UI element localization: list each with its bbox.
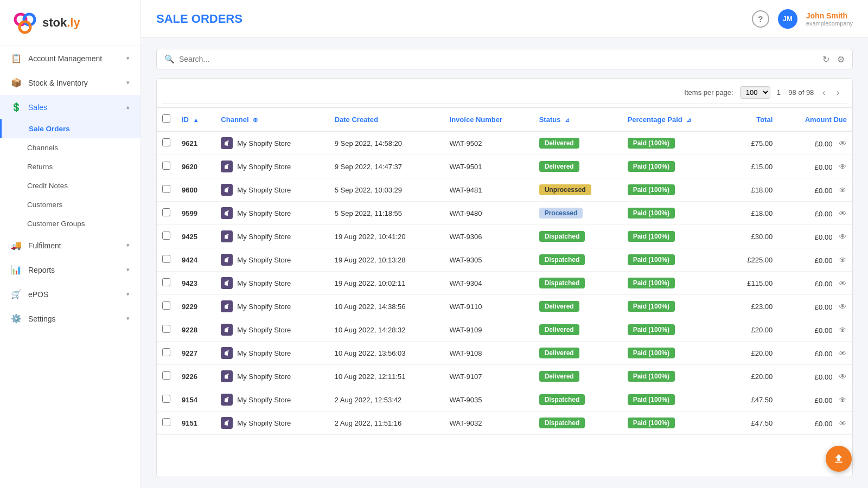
upload-fab[interactable]: [826, 446, 852, 472]
sidebar-item-fulfilment[interactable]: 🚚 Fulfilment ▾: [0, 233, 141, 258]
view-button[interactable]: 👁: [839, 349, 847, 358]
cell-percentage-paid: Paid (100%): [622, 365, 727, 388]
cell-total: £20.00: [727, 342, 778, 365]
col-total[interactable]: Total: [727, 107, 778, 131]
view-button[interactable]: 👁: [839, 139, 847, 148]
cell-status: Unprocessed: [534, 178, 622, 202]
refresh-button[interactable]: ↻: [821, 53, 831, 66]
view-button[interactable]: 👁: [839, 419, 847, 428]
status-badge: Dispatched: [539, 278, 585, 288]
cell-total: £20.00: [727, 318, 778, 342]
col-status[interactable]: Status ⊿: [534, 107, 622, 131]
items-per-page-select[interactable]: 100 50 25: [740, 86, 770, 99]
row-checkbox[interactable]: [162, 278, 170, 286]
sales-subnav: Sale Orders Channels Returns Credit Note…: [0, 119, 141, 233]
help-button[interactable]: ?: [752, 10, 769, 28]
stock-inventory-icon: 📦: [11, 78, 22, 88]
cell-invoice: WAT-9032: [444, 412, 534, 435]
paid-badge: Paid (100%): [628, 324, 675, 335]
status-badge: Unprocessed: [539, 184, 591, 195]
view-button[interactable]: 👁: [839, 255, 847, 265]
view-button[interactable]: 👁: [839, 232, 847, 241]
row-checkbox[interactable]: [162, 395, 170, 403]
row-checkbox[interactable]: [162, 255, 170, 263]
cell-id: 9599: [176, 202, 215, 225]
sidebar-item-reports[interactable]: 📊 Reports ▾: [0, 258, 141, 282]
select-all-checkbox[interactable]: [162, 114, 170, 123]
view-button[interactable]: 👁: [839, 279, 847, 288]
row-checkbox-cell: [157, 412, 176, 435]
view-button[interactable]: 👁: [839, 302, 847, 311]
row-checkbox[interactable]: [162, 208, 170, 216]
cell-status: Dispatched: [534, 248, 622, 272]
sidebar: stok.ly 📋 Account Management ▾ 📦 Stock &…: [0, 0, 141, 488]
sort-icon: ▲: [193, 117, 199, 123]
cell-status: Delivered: [534, 295, 622, 318]
prev-page-button[interactable]: ‹: [820, 87, 827, 99]
sidebar-item-customer-groups[interactable]: Customer Groups: [0, 214, 141, 233]
col-date-created[interactable]: Date Created: [329, 107, 444, 131]
row-checkbox[interactable]: [162, 371, 170, 380]
row-checkbox[interactable]: [162, 162, 170, 170]
sidebar-item-sale-orders[interactable]: Sale Orders: [0, 119, 141, 138]
logo-icon: [11, 9, 39, 37]
sidebar-item-settings[interactable]: ⚙️ Settings ▾: [0, 306, 141, 331]
cell-date: 10 Aug 2022, 13:56:03: [329, 342, 444, 365]
paid-badge: Paid (100%): [628, 208, 675, 219]
table-row: 9600 My Shopify Store 5 Sep 2022, 10:03:…: [157, 178, 852, 202]
cell-total: £15.00: [727, 155, 778, 178]
row-checkbox-cell: [157, 178, 176, 202]
cell-total: £18.00: [727, 202, 778, 225]
view-button[interactable]: 👁: [839, 209, 847, 218]
view-button[interactable]: 👁: [839, 325, 847, 335]
shopify-icon: [221, 207, 233, 219]
col-amount-due[interactable]: Amount Due: [778, 107, 852, 131]
table-header-row: Items per page: 100 50 25 1 – 98 of 98 ‹…: [157, 79, 852, 107]
table-row: 9229 My Shopify Store 10 Aug 2022, 14:38…: [157, 295, 852, 318]
settings-button[interactable]: ⚙: [836, 53, 846, 66]
sidebar-item-account-management[interactable]: 📋 Account Management ▾: [0, 46, 141, 70]
filter-icon: ⊕: [253, 117, 258, 124]
sidebar-item-channels[interactable]: Channels: [0, 138, 141, 157]
col-invoice-number[interactable]: Invoice Number: [444, 107, 534, 131]
orders-table-body: 9621 My Shopify Store 9 Sep 2022, 14:58:…: [157, 131, 852, 435]
row-checkbox[interactable]: [162, 348, 170, 356]
paid-badge: Paid (100%): [628, 394, 675, 405]
cell-id: 9425: [176, 225, 215, 248]
status-badge: Delivered: [539, 161, 579, 172]
row-checkbox[interactable]: [162, 185, 170, 193]
row-checkbox-cell: [157, 272, 176, 295]
row-checkbox[interactable]: [162, 325, 170, 333]
search-input[interactable]: [179, 55, 845, 63]
paid-badge: Paid (100%): [628, 161, 675, 172]
sidebar-item-returns[interactable]: Returns: [0, 157, 141, 176]
view-button[interactable]: 👁: [839, 185, 847, 195]
view-button[interactable]: 👁: [839, 162, 847, 171]
col-id[interactable]: ID ▲: [176, 107, 215, 131]
cell-date: 10 Aug 2022, 14:28:32: [329, 318, 444, 342]
sidebar-item-epos[interactable]: 🛒 ePOS ▾: [0, 282, 141, 306]
col-channel[interactable]: Channel ⊕: [215, 107, 329, 131]
next-page-button[interactable]: ›: [834, 87, 841, 99]
cell-status: Processed: [534, 202, 622, 225]
col-percentage-paid[interactable]: Percentage Paid ⊿: [622, 107, 727, 131]
row-checkbox[interactable]: [162, 138, 170, 146]
cell-id: 9227: [176, 342, 215, 365]
view-button[interactable]: 👁: [839, 372, 847, 381]
sidebar-item-stock-inventory[interactable]: 📦 Stock & Inventory ▾: [0, 70, 141, 95]
row-checkbox[interactable]: [162, 232, 170, 240]
sidebar-item-customers[interactable]: Customers: [0, 195, 141, 214]
page-title: SALE ORDERS: [156, 12, 242, 26]
row-checkbox[interactable]: [162, 418, 170, 426]
sidebar-item-credit-notes[interactable]: Credit Notes: [0, 176, 141, 195]
cell-date: 10 Aug 2022, 14:38:56: [329, 295, 444, 318]
cell-percentage-paid: Paid (100%): [622, 412, 727, 435]
row-checkbox[interactable]: [162, 301, 170, 310]
sidebar-item-label: Settings: [28, 314, 56, 323]
shopify-icon: [221, 324, 233, 336]
paid-badge: Paid (100%): [628, 418, 675, 428]
view-button[interactable]: 👁: [839, 395, 847, 404]
cell-channel: My Shopify Store: [215, 155, 329, 178]
logo-accent: .ly: [67, 16, 80, 29]
sidebar-item-sales[interactable]: 💲 Sales ▴: [0, 95, 141, 119]
